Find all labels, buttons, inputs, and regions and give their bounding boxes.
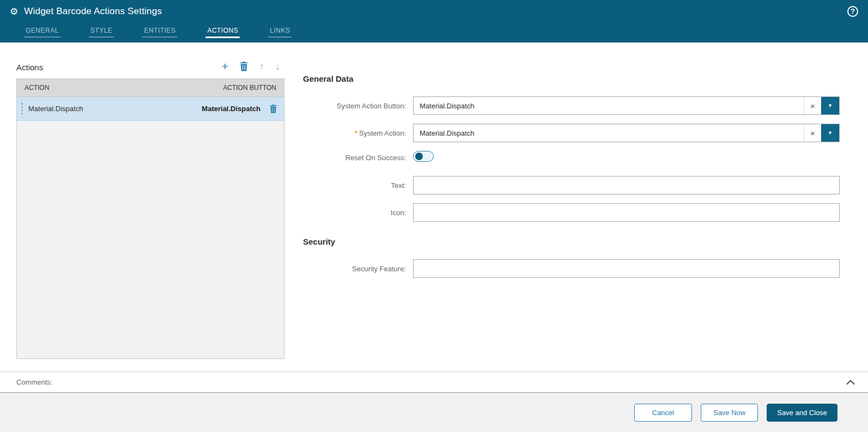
question-mark-icon: ? [851,8,854,15]
system-action-combobox: × ▼ [413,124,840,142]
column-action-button[interactable]: ACTION BUTTON [223,84,276,92]
footer: Cancel Save Now Save and Close [0,393,868,432]
tab-actions[interactable]: ACTIONS [205,24,240,42]
comments-bar: Comments: [0,372,868,393]
tab-general[interactable]: GENERAL [24,24,60,42]
trash-icon [239,62,248,71]
icon-input[interactable] [413,203,840,222]
icon-field [413,203,840,222]
cancel-button[interactable]: Cancel [634,404,692,422]
tab-entities[interactable]: ENTITIES [142,24,177,42]
reset-on-success-toggle[interactable] [413,151,434,162]
action-button-cell: Material.Dispatch [202,105,260,113]
actions-toolbar: + ↑ ↓ [222,60,284,72]
header-title-bar: ⚙ Widget Barcode Actions Settings [0,0,868,23]
drag-handle-icon[interactable] [21,103,23,114]
arrow-up-icon: ↑ [259,61,264,72]
x-icon: × [810,129,815,138]
field-reset-on-success: Reset On Success: [303,151,840,164]
security-feature-field [413,259,840,278]
system-action-button-combobox: × ▼ [413,96,840,115]
reset-on-success-label: Reset On Success: [303,154,413,162]
field-text: Text: [303,176,840,194]
required-marker: * [355,129,357,137]
collapse-comments-button[interactable] [845,379,856,386]
text-input[interactable] [413,176,840,194]
security-feature-label: Security Feature: [303,265,413,273]
dropdown-button[interactable]: ▼ [821,97,839,114]
security-feature-input[interactable] [413,259,840,278]
text-field [413,176,840,194]
x-icon: × [810,101,815,111]
help-button[interactable]: ? [847,6,858,17]
chevron-down-icon: ▼ [828,103,833,108]
row-delete-button[interactable] [269,105,277,113]
save-now-button[interactable]: Save Now [701,404,758,422]
main-content: Actions + ↑ ↓ [0,42,868,372]
actions-table: ACTION ACTION BUTTON Material.Dispatch M… [16,78,284,359]
field-system-action-button: System Action Button: × ▼ [303,96,840,115]
clear-button[interactable]: × [804,124,821,142]
system-action-button-input[interactable] [414,97,804,114]
system-action-button-field: × ▼ [413,96,840,115]
system-action-field: × ▼ [413,124,840,142]
actions-table-header: ACTION ACTION BUTTON [17,79,284,97]
system-action-button-label: System Action Button: [303,102,413,110]
field-security-feature: Security Feature: [303,259,840,278]
section-title-security: Security [303,237,840,246]
plus-icon: + [222,60,228,72]
system-action-input[interactable] [414,124,804,142]
text-label: Text: [303,181,413,190]
chevron-down-icon: ▼ [828,130,833,136]
system-action-label: *System Action: [303,129,413,137]
settings-window: ⚙ Widget Barcode Actions Settings ? GENE… [0,0,868,432]
reset-on-success-field [413,151,840,164]
actions-panel-title: Actions [16,63,43,72]
field-icon: Icon: [303,203,840,222]
icon-label: Icon: [303,209,413,217]
add-action-button[interactable]: + [222,60,228,72]
clear-button[interactable]: × [804,97,821,114]
comments-label: Comments: [16,378,52,386]
move-down-button[interactable]: ↓ [275,62,280,71]
move-up-button[interactable]: ↑ [259,62,264,71]
trash-icon [269,105,277,113]
header: ⚙ Widget Barcode Actions Settings ? GENE… [0,0,868,42]
delete-action-button[interactable] [239,62,248,71]
chevron-up-icon [846,380,855,385]
arrow-down-icon: ↓ [275,61,280,72]
save-and-close-button[interactable]: Save and Close [767,404,837,422]
tab-links[interactable]: LINKS [268,24,292,42]
tab-bar: GENERAL STYLE ENTITIES ACTIONS LINKS [0,23,868,42]
actions-panel-header: Actions + ↑ ↓ [16,57,284,72]
section-title-general-data: General Data [303,74,840,83]
gear-icon: ⚙ [10,7,18,16]
table-row[interactable]: Material.Dispatch Material.Dispatch [17,97,284,121]
column-action[interactable]: ACTION [25,84,49,92]
action-cell: Material.Dispatch [28,105,202,113]
field-system-action: *System Action: × ▼ [303,124,840,142]
details-panel: General Data System Action Button: × ▼ [284,42,868,372]
actions-panel: Actions + ↑ ↓ [16,42,284,372]
dropdown-button[interactable]: ▼ [821,124,839,142]
page-title: Widget Barcode Actions Settings [24,6,162,17]
toggle-knob-icon [415,153,423,160]
tab-style[interactable]: STYLE [89,24,114,42]
